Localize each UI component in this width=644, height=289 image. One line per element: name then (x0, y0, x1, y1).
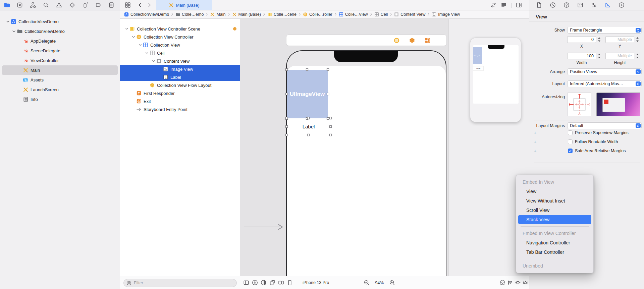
outline-item-first-responder[interactable]: First Responder (120, 89, 240, 97)
connections-inspector-icon[interactable] (619, 2, 625, 8)
appearance-icon[interactable] (261, 280, 267, 286)
stepper-icon[interactable] (636, 28, 641, 33)
menu-header-unembed[interactable]: Unembed (516, 261, 593, 271)
breadcrumb-item-colle-view[interactable]: Colle…View (339, 12, 368, 17)
editor-grid-icon[interactable] (125, 2, 131, 8)
outline-item-cell[interactable]: Cell (120, 49, 240, 57)
scene-warning-dot[interactable] (233, 27, 236, 31)
y-stepper-icon[interactable] (636, 37, 639, 43)
tab-main-base[interactable]: Main (Base) (156, 0, 212, 10)
chevron-down-icon[interactable] (144, 51, 150, 55)
project-navigator-folder-icon[interactable] (4, 2, 10, 8)
height-field[interactable]: Multiple (605, 53, 634, 59)
sidebar-item-assets[interactable]: Assets (2, 75, 118, 85)
layout-select[interactable]: Inferred (Autoresizing Mas… (567, 80, 642, 87)
chevron-down-icon[interactable] (138, 43, 143, 47)
chevron-down-icon[interactable] (151, 59, 156, 63)
pane-toggle-icon[interactable] (243, 280, 249, 286)
update-frames-icon[interactable] (499, 279, 506, 286)
zoom-in-icon[interactable] (389, 280, 395, 286)
y-field[interactable]: Multiple (605, 36, 634, 43)
sidebar-item-appdelegate[interactable]: AppDelegate (2, 36, 118, 46)
x-stepper-icon[interactable] (597, 37, 601, 43)
menu-item-scroll-view[interactable]: Scroll View (516, 206, 593, 215)
breakpoint-icon[interactable] (95, 2, 101, 8)
outline-item-collection-view-controller-scene[interactable]: Collection View Controller Scene (120, 25, 240, 33)
menu-item-navigation-controller[interactable]: Navigation Controller (516, 238, 593, 247)
zoom-out-icon[interactable] (364, 280, 370, 286)
align-icon[interactable] (507, 279, 514, 286)
checkbox-preserve-superview-margins[interactable] (568, 130, 573, 135)
forward-chevron-icon[interactable] (146, 2, 152, 8)
add-margin-override-button[interactable]: + (534, 130, 537, 135)
code-review-icon[interactable] (490, 2, 496, 8)
sidebar-item-main[interactable]: Main (2, 65, 118, 75)
menu-item-stack-view[interactable]: Stack View (518, 215, 591, 224)
back-chevron-icon[interactable] (137, 2, 143, 8)
issues-warning-icon[interactable] (56, 2, 62, 8)
history-inspector-icon[interactable] (550, 2, 556, 8)
hierarchy-icon[interactable] (30, 2, 36, 8)
list-lines-icon[interactable] (501, 2, 507, 8)
file-inspector-icon[interactable] (536, 2, 542, 8)
sidebar-item-viewcontroller[interactable]: ViewController (2, 56, 118, 65)
chevron-down-icon[interactable] (131, 35, 136, 39)
outline-filter-field[interactable] (123, 279, 237, 287)
breadcrumb-item-colle-roller[interactable]: Colle…roller (303, 12, 332, 17)
sidebar-item-collectionviewdemo[interactable]: CollectionViewDemo (2, 17, 118, 26)
breadcrumb-item-colle-cene[interactable]: Colle…cene (267, 12, 297, 17)
view-controller-icon[interactable] (393, 37, 400, 44)
first-responder-cube-icon[interactable] (409, 37, 415, 44)
layout-margins-select[interactable]: Default (567, 122, 642, 129)
add-editor-icon[interactable] (516, 2, 522, 8)
show-select[interactable]: Frame Rectangle (567, 27, 642, 34)
outline-item-content-view[interactable]: Content View (120, 57, 240, 65)
menu-item-view[interactable]: View (516, 187, 593, 196)
outline-item-label[interactable]: Label (120, 73, 240, 81)
autoresizing-widget[interactable] (568, 93, 591, 116)
orientation-icon[interactable] (269, 280, 275, 286)
arrange-select[interactable]: Position Views (567, 68, 642, 75)
sidebar-item-collectionviewdemo[interactable]: CollectionViewDemo (2, 26, 118, 36)
sidebar-item-scenedelegate[interactable]: SceneDelegate (2, 46, 118, 56)
dropdown-icon[interactable] (636, 69, 641, 74)
sidebar-item-launchscreen[interactable]: LaunchScreen (2, 85, 118, 95)
outline-item-collection-view-flow-layout[interactable]: Collection View Flow Layout (120, 81, 240, 89)
chevron-down-icon[interactable] (5, 20, 11, 23)
adapt-icon[interactable] (278, 280, 284, 286)
search-icon[interactable] (43, 2, 49, 8)
breadcrumb-item-main-base[interactable]: Main (Base) (232, 12, 261, 17)
add-margin-override-button[interactable]: + (534, 148, 537, 154)
test-diamond-icon[interactable] (69, 2, 75, 8)
breadcrumb-item-main[interactable]: Main (210, 12, 225, 17)
breadcrumb-item-image-view[interactable]: Image View (432, 12, 460, 17)
x-field[interactable]: 0 (567, 36, 596, 43)
width-field[interactable]: 100 (567, 53, 596, 59)
chevron-down-icon[interactable] (11, 30, 17, 33)
stepper-icon[interactable] (636, 81, 641, 86)
outline-item-collection-view-controller[interactable]: Collection View Controller (120, 33, 240, 41)
scene-minimap[interactable]: UIImageView Label (470, 38, 521, 122)
height-stepper-icon[interactable] (636, 53, 639, 59)
breadcrumb-item-collectionviewdemo[interactable]: CollectionViewDemo (124, 12, 169, 17)
breadcrumb-item-content-view[interactable]: Content View (394, 12, 425, 17)
source-control-icon[interactable] (17, 2, 23, 8)
outline-item-storyboard-entry-point[interactable]: Storyboard Entry Point (120, 105, 240, 113)
exit-icon[interactable] (424, 37, 431, 44)
chevron-down-icon[interactable] (124, 27, 129, 31)
report-list-icon[interactable] (108, 2, 114, 8)
attributes-inspector-icon[interactable] (591, 2, 597, 8)
resolve-issues-icon[interactable] (522, 279, 529, 286)
uiimageview[interactable]: UIImageView (287, 70, 328, 118)
outline-item-image-view[interactable]: Image View (120, 65, 240, 73)
uilabel[interactable]: Label (287, 118, 330, 135)
outline-item-exit[interactable]: Exit (120, 97, 240, 105)
checkbox-follow-readable-width[interactable] (568, 139, 573, 144)
debug-spray-icon[interactable] (82, 2, 88, 8)
add-margin-override-button[interactable]: + (534, 139, 537, 144)
menu-item-tab-bar-controller[interactable]: Tab Bar Controller (516, 247, 593, 257)
help-inspector-icon[interactable] (564, 2, 570, 8)
zoom-level[interactable]: 94% (375, 280, 384, 285)
identity-inspector-icon[interactable] (577, 2, 583, 8)
add-constraints-icon[interactable] (515, 279, 521, 286)
